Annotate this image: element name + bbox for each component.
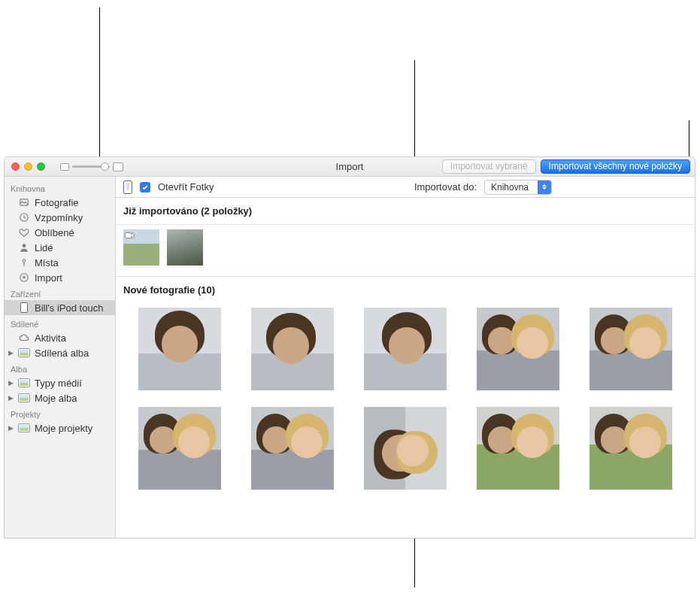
photo-thumb[interactable] — [251, 308, 334, 390]
photo-thumb[interactable] — [251, 407, 334, 490]
sidebar-item-label: Import — [35, 272, 62, 284]
sidebar-section-albums: Alba — [5, 360, 115, 375]
sidebar-item-label: Lidé — [35, 242, 53, 253]
new-photos-grid — [116, 299, 695, 499]
open-photos-checkbox[interactable] — [140, 182, 150, 193]
device-icon — [18, 302, 30, 313]
sidebar-item-label: Oblíbené — [35, 227, 74, 238]
import-to-value: Knihovna — [485, 182, 538, 193]
album-icon — [18, 378, 30, 387]
sidebar-item-label: Místa — [35, 257, 59, 269]
photo-thumb[interactable] — [589, 407, 672, 490]
sidebar-section-projects: Projekty — [5, 405, 115, 420]
disclosure-icon[interactable]: ▶ — [8, 424, 14, 432]
small-thumb-icon — [60, 163, 69, 171]
import-subbar: Otevřít Fotky Importovat do: Knihovna — [116, 177, 695, 198]
import-to-label: Importovat do: — [414, 181, 477, 193]
photos-icon — [18, 197, 30, 208]
import-selected-button[interactable]: Importovat vybrané — [442, 159, 536, 174]
sidebar: Knihovna Fotografie Vzpomínky Oblíbené — [5, 177, 116, 538]
sidebar-item-media-types[interactable]: ▶ Typy médií — [5, 375, 115, 390]
main-content: Otevřít Fotky Importovat do: Knihovna Ji… — [116, 177, 695, 538]
callout-line — [689, 120, 689, 158]
sidebar-item-label: Vzpomínky — [35, 212, 83, 223]
window-controls — [11, 162, 45, 171]
chevron-updown-icon — [538, 181, 551, 194]
photo-thumb[interactable] — [589, 308, 672, 390]
sidebar-item-label: Sdílená alba — [35, 347, 89, 359]
sidebar-item-my-albums[interactable]: ▶ Moje alba — [5, 390, 115, 405]
import-icon — [18, 272, 30, 283]
imported-thumb[interactable] — [123, 229, 159, 266]
album-icon — [18, 348, 30, 357]
sidebar-item-device[interactable]: Bill's iPod touch — [5, 300, 115, 315]
sidebar-item-import[interactable]: Import — [5, 270, 115, 285]
sidebar-item-label: Typy médií — [35, 378, 82, 389]
svg-point-3 — [23, 259, 26, 262]
titlebar: Import Importovat vybrané Importovat vše… — [5, 157, 695, 177]
clock-icon — [18, 212, 30, 223]
sidebar-section-devices: Zařízení — [5, 285, 115, 300]
heart-icon — [18, 227, 30, 238]
close-window[interactable] — [11, 162, 20, 171]
open-photos-label: Otevřít Fotky — [158, 181, 214, 193]
cloud-icon — [18, 332, 30, 343]
sidebar-item-label: Moje alba — [35, 393, 77, 404]
large-thumb-icon — [113, 162, 123, 171]
already-imported-heading: Již importováno (2 položky) — [116, 205, 252, 217]
sidebar-item-label: Aktivita — [35, 332, 66, 344]
sidebar-item-shared-albums[interactable]: ▶ Sdílená alba — [5, 345, 115, 360]
sidebar-item-favorites[interactable]: Oblíbené — [5, 225, 115, 240]
device-icon — [123, 181, 132, 194]
photo-thumb[interactable] — [364, 407, 447, 490]
disclosure-icon[interactable]: ▶ — [8, 379, 14, 387]
album-icon — [18, 423, 30, 432]
import-all-new-button[interactable]: Importovat všechny nové položky — [541, 159, 690, 174]
photo-thumb[interactable] — [138, 308, 221, 390]
video-badge-icon — [126, 232, 135, 239]
album-icon — [18, 393, 30, 402]
minimize-window[interactable] — [24, 162, 32, 171]
sidebar-item-my-projects[interactable]: ▶ Moje projekty — [5, 420, 115, 435]
svg-point-2 — [23, 244, 26, 247]
imported-thumb[interactable] — [167, 229, 203, 266]
import-to-popup[interactable]: Knihovna — [484, 180, 552, 195]
sidebar-item-label: Fotografie — [35, 197, 79, 208]
pin-icon — [18, 257, 30, 268]
disclosure-icon[interactable]: ▶ — [8, 394, 14, 402]
sidebar-item-label: Bill's iPod touch — [35, 302, 103, 314]
callout-line — [99, 8, 100, 156]
person-icon — [18, 242, 30, 253]
photo-thumb[interactable] — [477, 407, 559, 490]
sidebar-item-people[interactable]: Lidé — [5, 240, 115, 255]
thumbnail-size-slider[interactable] — [60, 162, 123, 171]
app-window: Import Importovat vybrané Importovat vše… — [4, 156, 695, 539]
new-photos-heading: Nové fotografie (10) — [116, 284, 215, 296]
sidebar-section-shared: Sdílené — [5, 315, 115, 330]
sidebar-section-library: Knihovna — [5, 180, 115, 195]
already-imported-grid — [116, 225, 695, 272]
photo-thumb[interactable] — [364, 308, 447, 390]
sidebar-item-places[interactable]: Místa — [5, 255, 115, 270]
sidebar-item-label: Moje projekty — [35, 423, 92, 434]
svg-rect-5 — [126, 233, 132, 238]
sidebar-item-activity[interactable]: Aktivita — [5, 330, 115, 345]
photo-thumb[interactable] — [477, 308, 559, 390]
sidebar-item-memories[interactable]: Vzpomínky — [5, 210, 115, 225]
sidebar-item-photos[interactable]: Fotografie — [5, 195, 115, 210]
zoom-window[interactable] — [37, 162, 45, 171]
photo-thumb[interactable] — [138, 407, 221, 490]
disclosure-icon[interactable]: ▶ — [8, 349, 14, 357]
